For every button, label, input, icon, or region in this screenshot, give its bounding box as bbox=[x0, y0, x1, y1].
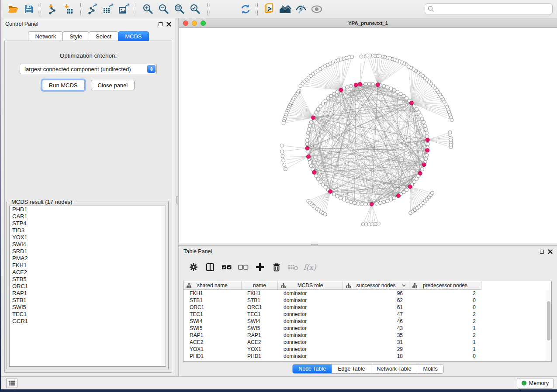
table-row[interactable]: TEC1TEC1connector472 bbox=[183, 311, 551, 318]
table-cell[interactable]: 61 bbox=[343, 304, 409, 311]
graph-dominator-node[interactable] bbox=[409, 101, 413, 105]
table-cell[interactable]: 2 bbox=[409, 318, 481, 325]
mcds-result-item[interactable]: CAR1 bbox=[10, 213, 166, 220]
graph-node[interactable] bbox=[417, 110, 420, 114]
table-cell[interactable]: 1 bbox=[409, 346, 481, 353]
graph-node[interactable] bbox=[316, 107, 320, 111]
graph-node[interactable] bbox=[389, 198, 393, 201]
graph-node[interactable] bbox=[321, 102, 325, 105]
graph-node[interactable] bbox=[342, 198, 346, 201]
chevron-down-icon[interactable] bbox=[402, 284, 406, 287]
graph-node[interactable] bbox=[425, 153, 429, 157]
graph-dominator-node[interactable] bbox=[358, 83, 362, 86]
tab-network-table[interactable]: Network Table bbox=[371, 364, 418, 373]
table-row[interactable]: FKH1FKH1dominator962 bbox=[183, 290, 551, 297]
graph-node[interactable] bbox=[371, 83, 375, 86]
refresh-view-icon[interactable] bbox=[239, 3, 252, 16]
graph-dominator-node[interactable] bbox=[397, 194, 401, 198]
table-row[interactable]: STB1STB1dominator620 bbox=[183, 297, 551, 304]
graph-node[interactable] bbox=[405, 96, 408, 100]
graph-node[interactable] bbox=[367, 82, 371, 86]
graph-dominator-node[interactable] bbox=[312, 170, 316, 174]
add-column-icon[interactable] bbox=[253, 261, 267, 273]
graph-node[interactable] bbox=[356, 202, 360, 205]
float-panel-icon[interactable] bbox=[159, 22, 163, 26]
graph-node[interactable] bbox=[386, 199, 389, 203]
zoom-out-icon[interactable] bbox=[157, 3, 170, 16]
table-cell[interactable]: YOX1 bbox=[242, 346, 278, 353]
graph-node[interactable] bbox=[402, 190, 405, 194]
graph-dominator-node[interactable] bbox=[305, 146, 309, 150]
table-cell[interactable]: SWI4 bbox=[183, 318, 242, 325]
graph-node[interactable] bbox=[431, 191, 434, 195]
graph-node[interactable] bbox=[309, 164, 313, 168]
hide-selected-icon[interactable] bbox=[294, 3, 308, 16]
mcds-result-item[interactable]: YOX1 bbox=[10, 234, 166, 241]
zoom-fit-icon[interactable] bbox=[173, 3, 186, 16]
column-layout-icon[interactable] bbox=[203, 261, 218, 273]
graph-node[interactable] bbox=[332, 193, 336, 196]
mcds-result-item[interactable]: TEC1 bbox=[10, 311, 166, 318]
mcds-result-scrollbar[interactable] bbox=[162, 206, 166, 366]
mcds-result-list[interactable]: PHD1CAR1STP4TID3YOX1SWI4SRD1PMA2FKH1ACE2… bbox=[9, 206, 166, 367]
graph-node[interactable] bbox=[424, 127, 428, 131]
graph-node[interactable] bbox=[326, 96, 330, 100]
table-cell[interactable]: STB1 bbox=[242, 297, 278, 304]
graph-node[interactable] bbox=[402, 94, 405, 98]
table-cell[interactable]: 2 bbox=[409, 332, 481, 339]
graph-node[interactable] bbox=[346, 86, 349, 89]
table-settings-icon[interactable] bbox=[186, 261, 201, 273]
table-cell[interactable]: PHD1 bbox=[242, 353, 278, 360]
open-session-icon[interactable] bbox=[7, 3, 20, 16]
column-header-successor-nodes[interactable]: successor nodes bbox=[343, 281, 409, 289]
graph-node[interactable] bbox=[299, 84, 302, 88]
delete-column-icon[interactable] bbox=[269, 261, 284, 273]
table-cell[interactable]: connector bbox=[278, 325, 343, 332]
zoom-selected-icon[interactable] bbox=[189, 3, 202, 16]
graph-node[interactable] bbox=[280, 144, 284, 147]
graph-node[interactable] bbox=[282, 121, 285, 125]
table-cell[interactable]: dominator bbox=[278, 318, 343, 325]
delete-table-icon[interactable] bbox=[286, 261, 301, 273]
import-network-icon[interactable] bbox=[46, 3, 59, 16]
graph-node[interactable] bbox=[316, 177, 320, 181]
table-cell[interactable]: 0 bbox=[409, 353, 481, 360]
table-cell[interactable]: dominator bbox=[278, 332, 343, 339]
graph-node[interactable] bbox=[420, 117, 424, 120]
table-cell[interactable]: 1 bbox=[409, 339, 481, 346]
tab-edge-table[interactable]: Edge Table bbox=[332, 364, 371, 373]
graph-node[interactable] bbox=[396, 90, 399, 94]
graph-dominator-node[interactable] bbox=[329, 189, 332, 193]
save-session-icon[interactable] bbox=[22, 3, 35, 16]
run-mcds-button[interactable]: Run MCDS bbox=[42, 80, 85, 90]
graph-node[interactable] bbox=[315, 174, 318, 178]
tab-style[interactable]: Style bbox=[62, 31, 89, 41]
graph-node[interactable] bbox=[389, 87, 393, 90]
graph-node[interactable] bbox=[420, 168, 424, 171]
table-cell[interactable]: 96 bbox=[343, 290, 409, 297]
tab-node-table[interactable]: Node Table bbox=[293, 364, 332, 373]
table-cell[interactable]: 1 bbox=[409, 325, 481, 332]
graph-node[interactable] bbox=[375, 202, 378, 205]
table-cell[interactable]: connector bbox=[278, 311, 343, 318]
table-cell[interactable]: 62 bbox=[343, 297, 409, 304]
graph-dominator-node[interactable] bbox=[339, 88, 343, 92]
table-cell[interactable]: 46 bbox=[343, 318, 409, 325]
graph-node[interactable] bbox=[415, 107, 419, 111]
network-window-titlebar[interactable]: YPA_prune.txt_1 bbox=[179, 18, 557, 28]
graph-node[interactable] bbox=[332, 92, 336, 96]
graph-node[interactable] bbox=[448, 131, 452, 134]
table-cell[interactable]: RAP1 bbox=[183, 332, 242, 339]
graph-node[interactable] bbox=[306, 131, 310, 135]
table-cell[interactable]: connector bbox=[278, 339, 343, 346]
graph-node[interactable] bbox=[425, 131, 429, 135]
vertical-splitter[interactable] bbox=[176, 18, 179, 376]
mcds-result-item[interactable]: SWI5 bbox=[10, 304, 166, 311]
table-cell[interactable]: ACE2 bbox=[183, 339, 242, 346]
mcds-result-item[interactable]: ACE2 bbox=[10, 269, 166, 276]
table-row[interactable]: RAP1RAP1dominator352 bbox=[183, 332, 551, 339]
function-builder-icon[interactable]: f(x) bbox=[302, 261, 317, 273]
graph-node[interactable] bbox=[424, 157, 428, 161]
graph-node[interactable] bbox=[393, 196, 396, 200]
column-header-name[interactable]: name bbox=[242, 281, 278, 289]
